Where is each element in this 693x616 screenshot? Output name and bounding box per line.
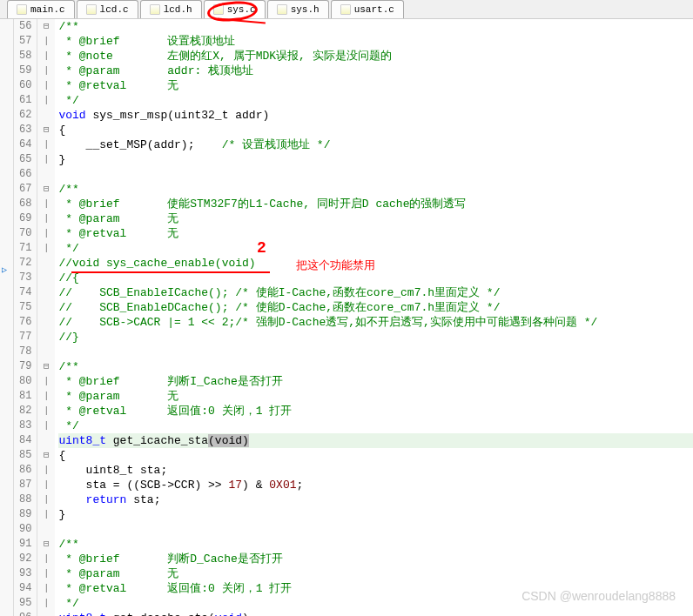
tab-label: main.c — [30, 4, 65, 15]
line-numbers: 5657585960616263646566676869707172737475… — [14, 19, 37, 616]
tab-main-c[interactable]: main.c — [7, 0, 75, 18]
tab-bar: main.c lcd.c lcd.h sys.c sys.h usart.c — [0, 0, 693, 19]
tab-sys-h[interactable]: sys.h — [267, 0, 329, 18]
editor-area: ▷ 56575859606162636465666768697071727374… — [0, 19, 693, 616]
gutter[interactable]: ▷ — [0, 19, 14, 616]
fold-column[interactable]: ⊟|||||⊟||⊟||||⊟||||⊟||||⊟||||⊟ — [37, 19, 55, 616]
code-area[interactable]: /** * @brief 设置栈顶地址 * @note 左侧的红X, 属于MDK… — [55, 19, 693, 616]
tab-lcd-h[interactable]: lcd.h — [140, 0, 202, 18]
tab-label: sys.h — [291, 4, 320, 15]
file-icon — [17, 4, 27, 15]
watermark: CSDN @wenroudelang8888 — [521, 589, 676, 603]
tab-lcd-c[interactable]: lcd.c — [77, 0, 138, 18]
cursor-marker: ▷ — [2, 264, 7, 275]
file-icon — [277, 4, 287, 15]
file-icon — [150, 4, 160, 15]
file-icon — [213, 4, 224, 15]
tab-sys-c[interactable]: sys.c — [204, 0, 266, 18]
tab-usart-c[interactable]: usart.c — [331, 0, 404, 18]
file-icon — [86, 4, 97, 15]
file-icon — [340, 4, 351, 15]
tab-label: lcd.h — [164, 4, 192, 15]
tab-label: usart.c — [354, 4, 394, 15]
tab-label: sys.c — [227, 4, 256, 15]
tab-label: lcd.c — [100, 4, 129, 15]
